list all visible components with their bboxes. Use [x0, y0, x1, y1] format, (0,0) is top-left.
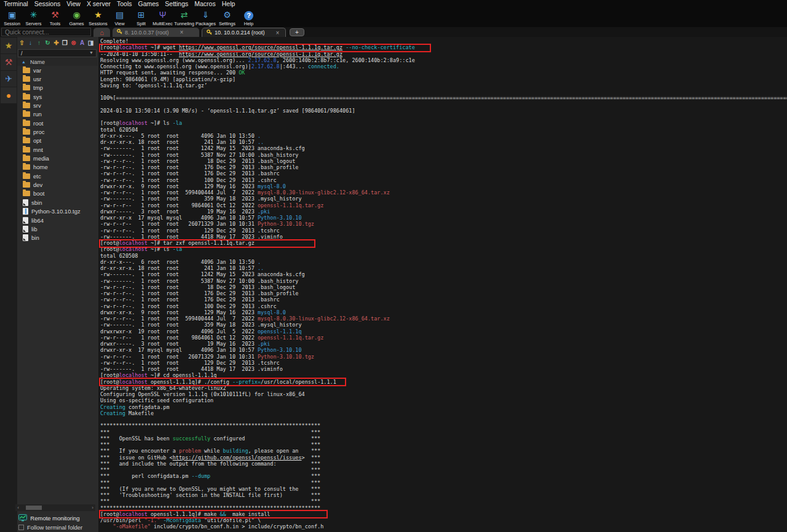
menu-item-settings[interactable]: Settings	[165, 0, 194, 8]
split-view-icon[interactable]: ◨	[87, 39, 94, 47]
refresh-icon[interactable]: ↻	[44, 39, 51, 47]
toolbar-button-packages[interactable]: ⇓Packages	[195, 8, 216, 27]
terminal-pane[interactable]: Complete![root@localhost ~]# wget https:…	[98, 37, 787, 532]
scrollbar-thumb[interactable]	[26, 506, 42, 510]
new-folder-icon[interactable]: ✚	[53, 39, 60, 47]
tree-item-label: boot	[33, 190, 45, 197]
upload-icon[interactable]: ↑	[36, 39, 42, 47]
tree-item-etc[interactable]: etc	[17, 172, 98, 180]
path-value: /	[21, 50, 23, 56]
link-icon	[23, 226, 28, 232]
terminal-line: -rw-r--r--. 1 root root 176 Dec 29 2013 …	[100, 170, 787, 177]
quick-connect-input[interactable]	[1, 28, 91, 36]
toolbar-button-split[interactable]: ⊞Split	[130, 8, 152, 27]
menu-item-games[interactable]: Games	[138, 0, 165, 8]
main-toolbar: ▣Session✳Servers⚒Tools◉Games★Sessions▤Vi…	[0, 8, 787, 27]
terminal-line	[100, 114, 787, 120]
toolbar-button-tools[interactable]: ⚒Tools	[44, 8, 66, 27]
toolbar-button-servers[interactable]: ✳Servers	[23, 8, 44, 27]
follow-terminal-folder-checkbox[interactable]	[18, 525, 24, 530]
tree-item-bin[interactable]: bin	[17, 234, 98, 242]
macros-panel-tab[interactable]: ✈	[1, 71, 17, 87]
tree-item-boot[interactable]: boot	[17, 189, 98, 198]
tree-item-proc[interactable]: proc	[17, 127, 98, 136]
toolbar-button-label: Settings	[219, 21, 235, 26]
terminal-line: 2024-01-10 13:50:14 (3.90 MB/s) - ‘opens…	[100, 108, 787, 114]
delete-icon[interactable]: ⊗	[70, 39, 77, 47]
tree-item-tmp[interactable]: tmp	[17, 84, 98, 92]
terminal-line: -rw-r--r--. 1 root root 176 Dec 29 2013 …	[100, 296, 787, 303]
terminal-line: *** and include the output from the foll…	[100, 461, 787, 467]
tree-item-srv[interactable]: srv	[17, 101, 98, 109]
sessions-panel-tab[interactable]: ★	[1, 38, 17, 54]
tree-item-run[interactable]: run	[17, 110, 98, 119]
toolbar-button-view[interactable]: ▤View	[109, 8, 130, 27]
home-tab-button[interactable]: ⌂	[93, 28, 110, 37]
folder-icon	[23, 111, 30, 117]
tree-item-mnt[interactable]: mnt	[17, 145, 98, 154]
menu-item-sessions[interactable]: Sessions	[34, 0, 67, 8]
sftp-panel-tab[interactable]: ●	[1, 87, 17, 103]
column-header-label: Name	[30, 59, 45, 65]
sessions-icon: ★	[94, 9, 102, 20]
toolbar-button-label: Session	[4, 21, 20, 26]
terminal-line: -rw-r--r-- 1 root root 26071329 Jan 10 1…	[100, 221, 787, 227]
tree-item-lib64[interactable]: lib64	[17, 216, 98, 224]
follow-terminal-folder[interactable]: Follow terminal folder	[18, 524, 82, 531]
download-icon[interactable]: ↓	[27, 39, 34, 47]
toolbar-button-sessions[interactable]: ★Sessions	[87, 8, 109, 27]
new-file-icon[interactable]: ❒	[61, 39, 68, 47]
link-icon	[23, 234, 28, 241]
terminal-line: total 620508	[100, 253, 787, 259]
tree-item-sys[interactable]: sys	[17, 92, 98, 101]
toolbar-button-tunneling[interactable]: ⇄Tunneling	[173, 8, 195, 27]
folder-icon	[23, 103, 30, 108]
tree-item-usr[interactable]: usr	[17, 74, 98, 83]
folder-icon	[23, 156, 30, 161]
tree-item-python-3.10.10.tgz[interactable]: Python-3.10.10.tgz	[17, 207, 98, 216]
view-icon: ▤	[116, 9, 124, 20]
toolbar-button-help[interactable]: ?Help	[238, 8, 259, 27]
toolbar-button-label: Sessions	[89, 21, 107, 26]
menu-item-terminal[interactable]: Terminal	[4, 0, 34, 8]
tab-close-icon[interactable]: ×	[180, 29, 184, 36]
tree-item-media[interactable]: media	[17, 154, 98, 162]
session-tab-1[interactable]: 8. 10.0.0.37 (root)×	[113, 28, 199, 37]
terminal-line: *** (If you are new to OpenSSL, you migh…	[100, 486, 787, 492]
terminal-line: -rw-r--r--. 1 root root 18 Dec 29 2013 .…	[100, 284, 787, 290]
menu-item-help[interactable]: Help	[222, 0, 242, 8]
remote-monitoring-button[interactable]: Remote monitoring	[0, 514, 98, 522]
toolbar-button-multiexec[interactable]: ΨMultiExec	[152, 8, 173, 27]
tree-item-opt[interactable]: opt	[17, 137, 98, 145]
encoding-icon[interactable]: A	[79, 39, 85, 47]
name-column-header[interactable]: ▲ Name	[17, 58, 98, 66]
menu-item-tools[interactable]: Tools	[117, 0, 138, 8]
tab-close-icon[interactable]: ×	[276, 30, 280, 36]
toolbar-button-session[interactable]: ▣Session	[1, 8, 23, 27]
horizontal-scrollbar[interactable]: ‹ ›	[15, 504, 95, 511]
menu-item-macros[interactable]: Macros	[194, 0, 221, 8]
scroll-right-arrow[interactable]: ›	[90, 505, 95, 510]
toolbar-button-label: Split	[136, 21, 146, 26]
parent-folder-icon[interactable]: ⇧	[18, 39, 25, 47]
tree-item-var[interactable]: var	[17, 66, 98, 74]
tree-item-home[interactable]: home	[17, 163, 98, 172]
tree-item-dev[interactable]: dev	[17, 180, 98, 189]
toolbar-button-label: Help	[244, 21, 253, 26]
tree-item-sbin[interactable]: sbin	[17, 198, 98, 207]
terminal-line: Creating Makefile	[100, 410, 787, 416]
session-tab-2[interactable]: 10. 10.0.0.214 (root)×	[202, 28, 286, 37]
toolbar-button-settings[interactable]: ⚙Settings	[216, 8, 238, 27]
scroll-left-arrow[interactable]: ‹	[15, 505, 21, 510]
path-dropdown[interactable]: / ▼	[18, 49, 97, 57]
terminal-line: [root@localhost ~]# wget https://www.ope…	[100, 44, 787, 50]
folder-icon	[23, 191, 30, 196]
toolbar-button-games[interactable]: ◉Games	[66, 8, 87, 27]
tree-item-lib[interactable]: lib	[17, 224, 98, 233]
menu-item-view[interactable]: View	[66, 0, 87, 8]
tree-item-root[interactable]: root	[17, 119, 98, 127]
terminal-line: /usr/bin/perl "-I." -Mconfigdata "util/d…	[100, 517, 787, 523]
new-tab-button[interactable]: +	[290, 28, 304, 36]
tools-panel-tab[interactable]: ⚒	[1, 54, 17, 70]
menu-item-x-server[interactable]: X server	[87, 0, 117, 8]
